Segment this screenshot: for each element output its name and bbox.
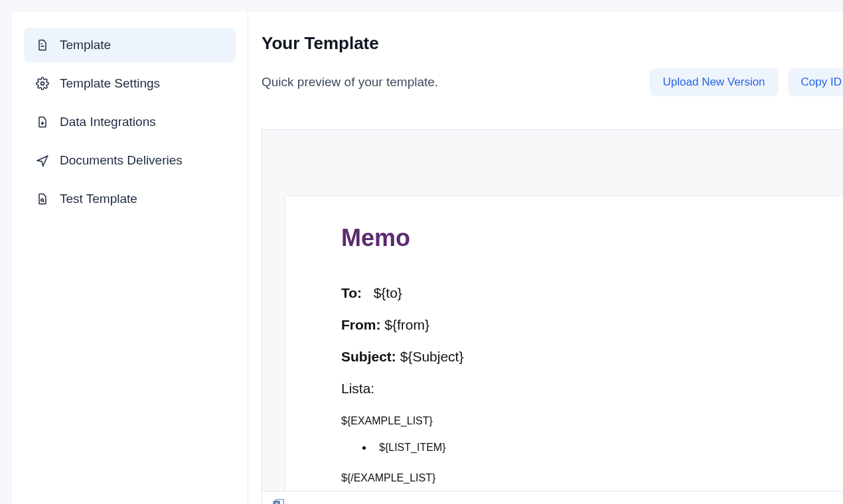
doc-list-item: ${LIST_ITEM}	[379, 442, 446, 454]
download-icon	[36, 115, 49, 129]
doc-row-from: From: ${from}	[341, 317, 799, 333]
template-preview: Memo To: ${to} From: ${from} Subject: ${…	[262, 129, 843, 504]
preview-bottom-bar: W	[262, 491, 843, 504]
sidebar-item-documents-deliveries[interactable]: Documents Deliveries	[24, 143, 236, 178]
sidebar-item-test-template[interactable]: Test Template	[24, 182, 236, 216]
doc-to-label: To:	[341, 285, 362, 300]
gear-icon	[36, 77, 49, 90]
sidebar-item-label: Data Integrations	[60, 115, 156, 129]
sidebar-item-label: Template Settings	[60, 76, 160, 91]
doc-memo-title: Memo	[341, 224, 799, 252]
page-title: Your Template	[262, 33, 843, 54]
copy-id-button[interactable]: Copy ID	[788, 68, 843, 96]
sidebar-item-template[interactable]: Template	[24, 28, 236, 62]
doc-subject-label: Subject:	[341, 349, 396, 364]
doc-from-label: From:	[341, 317, 381, 332]
doc-to-value: ${to}	[374, 285, 402, 300]
doc-lista-label: Lista:	[341, 381, 374, 396]
doc-from-value: ${from}	[384, 317, 429, 332]
document-page: Memo To: ${to} From: ${from} Subject: ${…	[285, 196, 843, 504]
upload-new-version-button[interactable]: Upload New Version	[650, 68, 779, 96]
sidebar-item-label: Template	[60, 38, 111, 52]
sidebar-item-template-settings[interactable]: Template Settings	[24, 66, 236, 101]
search-document-icon	[36, 192, 49, 206]
doc-list-open-tag: ${EXAMPLE_LIST}	[341, 415, 799, 427]
doc-list-close-tag: ${/EXAMPLE_LIST}	[341, 472, 799, 484]
page-subtitle: Quick preview of your template.	[262, 75, 438, 90]
bullet-icon	[362, 446, 366, 450]
doc-row-to: To: ${to}	[341, 285, 799, 301]
send-icon	[36, 154, 49, 167]
svg-text:W: W	[274, 501, 279, 504]
sidebar-item-label: Documents Deliveries	[60, 153, 183, 168]
word-icon: W	[273, 498, 285, 505]
svg-point-0	[41, 82, 44, 86]
svg-point-1	[41, 199, 44, 202]
sidebar: Template Template Settings Data Integrat…	[12, 12, 248, 504]
main-content: Your Template Quick preview of your temp…	[248, 12, 843, 504]
doc-subject-value: ${Subject}	[400, 349, 464, 364]
sidebar-item-label: Test Template	[60, 192, 137, 206]
doc-row-subject: Subject: ${Subject}	[341, 349, 799, 365]
doc-row-lista: Lista:	[341, 381, 799, 397]
doc-bullet-row: ${LIST_ITEM}	[341, 442, 799, 454]
sidebar-item-data-integrations[interactable]: Data Integrations	[24, 105, 236, 139]
document-icon	[36, 38, 49, 52]
